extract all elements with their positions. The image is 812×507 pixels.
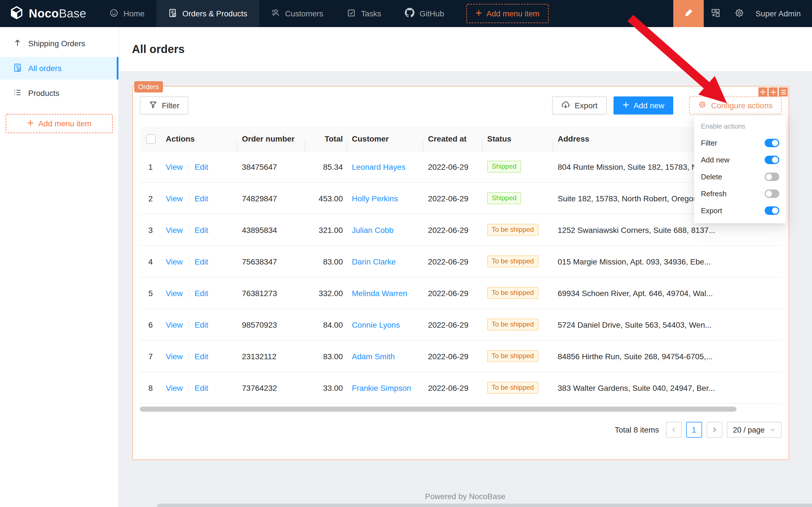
status-cell: Shipped — [483, 161, 553, 173]
block-menu-icon[interactable] — [779, 88, 788, 97]
customer-link[interactable]: Holly Perkins — [352, 194, 398, 203]
orders-table: Actions Order number Total Customer Crea… — [140, 127, 781, 404]
view-link[interactable]: View — [166, 288, 183, 297]
edit-link[interactable]: Edit — [194, 162, 208, 171]
toggle-switch[interactable] — [765, 189, 779, 198]
divider — [188, 258, 189, 265]
page-size-select[interactable]: 20 / page — [727, 422, 781, 438]
enable-action-label: Refresh — [701, 189, 727, 198]
sidebar-add-menu-item-button[interactable]: Add menu item — [6, 114, 113, 133]
status-badge: To be shipped — [487, 319, 538, 331]
page-header: All orders — [118, 27, 812, 71]
row-actions: ViewEdit — [161, 194, 237, 203]
customer-cell: Holly Perkins — [347, 194, 423, 203]
settings-button[interactable] — [728, 0, 751, 27]
enable-action-item-delete[interactable]: Delete — [694, 168, 786, 185]
total-items-text: Total 8 items — [615, 425, 659, 434]
toggle-switch[interactable] — [765, 206, 779, 215]
add-new-button[interactable]: Add new — [613, 97, 673, 114]
address-cell: 5724 Daniel Drive, Suite 563, 54403, Wen… — [553, 320, 781, 329]
nav-item-tasks[interactable]: Tasks — [335, 0, 393, 27]
edit-link[interactable]: Edit — [194, 225, 208, 234]
sidebar-item-all-orders[interactable]: All orders — [0, 57, 118, 79]
configure-actions-button[interactable]: Configure actions — [689, 97, 781, 114]
enable-actions-dropdown: Enable actions FilterAdd newDeleteRefres… — [694, 116, 786, 223]
toggle-switch[interactable] — [765, 138, 779, 147]
check-square-icon — [347, 8, 356, 19]
view-link[interactable]: View — [166, 383, 183, 392]
status-badge: To be shipped — [487, 350, 538, 362]
address-cell: 1252 Swaniawski Corners, Suite 688, 8137… — [553, 225, 781, 234]
view-link[interactable]: View — [166, 352, 183, 361]
add-block-icon[interactable] — [768, 88, 777, 97]
customer-link[interactable]: Leonard Hayes — [352, 162, 405, 171]
customer-link[interactable]: Frankie Simpson — [352, 383, 411, 392]
address-text: 383 Walter Gardens, Suite 040, 24947, Be… — [558, 383, 715, 392]
edit-link[interactable]: Edit — [194, 383, 208, 392]
nav-item-github[interactable]: GitHub — [393, 0, 456, 27]
created-at-cell: 2022-06-29 — [423, 320, 483, 329]
table-row: 5ViewEdit76381273332.00Melinda Warren202… — [140, 277, 781, 309]
bottom-scrollbar-edge — [157, 504, 812, 507]
prev-page-button[interactable] — [666, 422, 682, 438]
edit-link[interactable]: Edit — [194, 352, 208, 361]
scrollbar-thumb[interactable] — [140, 407, 737, 412]
enable-action-item-export[interactable]: Export — [694, 202, 786, 219]
nav-item-orders-products[interactable]: Orders & Products — [157, 0, 259, 27]
divider — [188, 321, 189, 329]
edit-link[interactable]: Edit — [194, 194, 208, 203]
customer-cell: Adam Smith — [347, 352, 423, 361]
view-link[interactable]: View — [166, 162, 183, 171]
enable-action-item-filter[interactable]: Filter — [694, 134, 786, 151]
enable-action-label: Export — [701, 206, 722, 215]
list-icon — [13, 88, 22, 98]
edit-link[interactable]: Edit — [194, 257, 208, 266]
left-sidebar: Shipping Orders All orders — [0, 27, 119, 507]
next-page-button[interactable] — [706, 422, 722, 438]
nav-item-label: GitHub — [419, 9, 444, 18]
filter-label: Filter — [162, 101, 179, 110]
address-text: 69934 Schoen River, Apt. 646, 49704, Wal… — [558, 288, 713, 297]
toggle-switch[interactable] — [765, 155, 779, 164]
customer-link[interactable]: Adam Smith — [352, 352, 395, 361]
user-menu[interactable]: Super Admin — [751, 9, 812, 18]
nav-add-menu-item-button[interactable]: Add menu item — [466, 4, 548, 23]
filter-button[interactable]: Filter — [140, 97, 188, 114]
divider — [188, 163, 189, 171]
view-link[interactable]: View — [166, 225, 183, 234]
customer-link[interactable]: Melinda Warren — [352, 288, 407, 297]
edit-link[interactable]: Edit — [194, 320, 208, 329]
table-toolbar: Filter Export — [140, 97, 781, 114]
ui-editor-toggle-button[interactable] — [673, 0, 704, 27]
enable-action-item-add-new[interactable]: Add new — [694, 151, 786, 168]
view-link[interactable]: View — [166, 257, 183, 266]
select-all-checkbox[interactable] — [146, 134, 155, 144]
nav-item-customers[interactable]: Customers — [259, 0, 335, 27]
row-index: 8 — [140, 383, 161, 392]
github-icon — [405, 8, 414, 19]
file-done-icon — [168, 8, 177, 19]
page-number-button[interactable]: 1 — [686, 422, 702, 438]
view-link[interactable]: View — [166, 194, 183, 203]
view-link[interactable]: View — [166, 320, 183, 329]
nav-item-home[interactable]: Home — [98, 0, 157, 27]
plus-icon — [27, 119, 34, 128]
drag-handle-icon[interactable] — [758, 88, 767, 97]
enable-action-item-refresh[interactable]: Refresh — [694, 185, 786, 202]
export-button[interactable]: Export — [552, 97, 606, 114]
column-header-actions: Actions — [161, 134, 237, 143]
sidebar-item-shipping-orders[interactable]: Shipping Orders — [0, 32, 118, 55]
top-navbar: NocoBase Home — [0, 0, 812, 27]
customer-link[interactable]: Darin Clarke — [352, 257, 396, 266]
divider — [188, 384, 189, 392]
row-index: 3 — [140, 225, 161, 234]
toggle-switch[interactable] — [765, 172, 779, 181]
powered-by-footer: Powered by NocoBase — [118, 492, 812, 501]
sidebar-item-products[interactable]: Products — [0, 82, 118, 104]
customer-link[interactable]: Julian Cobb — [352, 225, 394, 234]
row-index: 1 — [140, 162, 161, 171]
edit-link[interactable]: Edit — [194, 288, 208, 297]
customer-link[interactable]: Connie Lyons — [352, 320, 400, 329]
plugins-button[interactable] — [704, 0, 728, 27]
nocobase-logo[interactable]: NocoBase — [0, 6, 98, 21]
